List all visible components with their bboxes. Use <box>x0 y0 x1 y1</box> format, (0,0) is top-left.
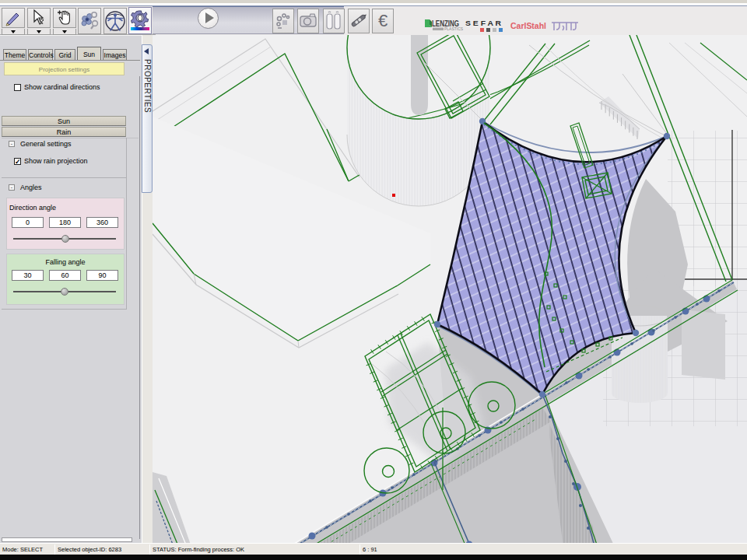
svg-text:S E F A R: S E F A R <box>465 19 501 27</box>
svg-text:PLASTICS: PLASTICS <box>444 26 464 31</box>
svg-text:CarlStahl: CarlStahl <box>510 21 546 30</box>
svg-text:€: € <box>378 11 388 30</box>
